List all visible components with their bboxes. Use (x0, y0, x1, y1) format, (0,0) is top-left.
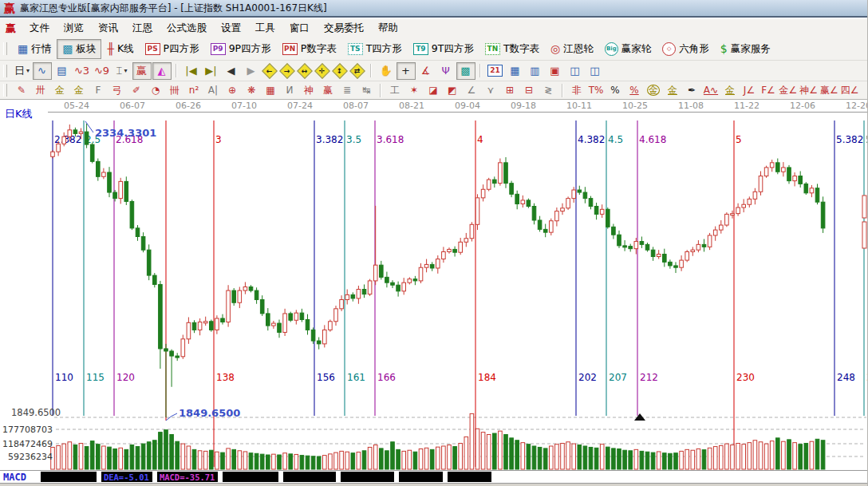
volume-bar (731, 445, 735, 469)
candle-body (464, 239, 468, 243)
gann-bar-count-label: 120 (116, 372, 135, 383)
candle-body (147, 250, 151, 275)
volume-bar (815, 439, 819, 469)
volume-bar (294, 454, 298, 469)
candle-body (198, 322, 202, 330)
volume-bar (702, 450, 706, 469)
candle-body (600, 209, 604, 214)
volume-bar (629, 451, 633, 469)
gann-bar-count-label: 156 (317, 372, 335, 383)
candle-body (810, 188, 814, 193)
volume-bar (532, 446, 536, 469)
right-edge-partial-candle (862, 196, 866, 218)
candle-body (300, 313, 304, 319)
volume-bar (759, 442, 763, 469)
volume-bar (192, 449, 196, 469)
candle-body (612, 227, 616, 235)
candle-body (499, 163, 503, 184)
grid-layer (0, 113, 868, 471)
volume-bar (481, 433, 485, 469)
gann-ratio-label: 3 (215, 134, 222, 145)
volume-bar (645, 452, 649, 469)
candle-body (555, 211, 559, 221)
volume-bar (227, 448, 231, 469)
candle-body (459, 242, 463, 252)
volume-bar (153, 441, 157, 469)
candle-body (113, 192, 117, 199)
candle-body (90, 144, 94, 161)
volume-bar (391, 442, 395, 469)
volume-bar (385, 451, 389, 469)
indicator-value-cell-4 (283, 472, 336, 482)
candle-body (278, 323, 282, 332)
volume-bar (708, 448, 712, 469)
gann-lines-layer[interactable]: 2.3821102.51152.61812031383.3821563.5161… (53, 121, 868, 467)
candle-body (442, 251, 446, 259)
gann-bar-count-label: 138 (216, 372, 235, 383)
candle-body (329, 322, 333, 330)
candle-body (770, 163, 774, 168)
volume-bar (572, 444, 576, 469)
candle-body (759, 176, 763, 192)
volume-bar (181, 444, 185, 469)
date-tick-label: 12-06 (790, 101, 815, 111)
candle-body (787, 168, 791, 181)
volume-bar (674, 453, 678, 469)
gann-bar-count-label: 184 (478, 372, 496, 383)
candle-body (340, 299, 344, 308)
candle-body (720, 225, 724, 230)
volume-bar (159, 433, 163, 469)
price-low-axis-label: 1849.6500 (11, 407, 61, 418)
volume-bar (221, 452, 225, 469)
right-edge-partial-candle (862, 222, 866, 248)
volume-bar (561, 444, 565, 469)
candle-body (192, 322, 196, 330)
volume-bar (538, 447, 542, 469)
price-chart[interactable]: 2.3821102.51152.61812031383.3821563.5161… (0, 0, 868, 486)
volume-axis-label: 59236234 (8, 452, 53, 462)
candle-body (736, 207, 740, 214)
volume-bar (345, 452, 349, 469)
candle-body (141, 236, 145, 250)
volume-bar (419, 448, 423, 469)
candle-body (357, 290, 361, 298)
gann-bar-count-label: 110 (55, 372, 73, 383)
candle-body (674, 266, 678, 267)
volume-bar (198, 451, 202, 469)
volume-bar (725, 444, 729, 469)
volume-bar (351, 453, 355, 469)
volume-bar (606, 447, 610, 469)
volume-bar (317, 456, 321, 469)
candle-body (362, 290, 366, 294)
candle-body (538, 220, 542, 229)
candle-body (634, 242, 638, 249)
candle-body (97, 161, 101, 176)
candle-body (657, 255, 661, 257)
gann-bar-count-label: 248 (837, 372, 855, 383)
volume-bar (266, 455, 270, 469)
volume-bar (657, 452, 661, 469)
indicator-cells: DEA=-5.01MACD=-35.71 (41, 472, 496, 482)
candle-body (623, 246, 627, 247)
candle-body (424, 264, 428, 267)
volume-bar (380, 448, 384, 469)
candle-body (475, 198, 479, 224)
candle-body (334, 309, 338, 322)
candle-body (232, 290, 236, 302)
candle-body (487, 180, 491, 189)
volume-bar (408, 450, 412, 469)
volume-axis-label: 177708703 (2, 425, 53, 435)
gann-ratio-label: 5.382 (836, 134, 863, 145)
indicator-value-cell-1: DEA=-5.01 (101, 472, 152, 482)
candle-body (521, 200, 525, 204)
indicator-value-cell-7 (448, 472, 491, 482)
candle-body (210, 322, 214, 330)
candle-body (311, 330, 315, 341)
volume-bar (57, 445, 61, 469)
candle-body (413, 279, 417, 281)
candle-body (323, 330, 327, 343)
volume-bar (278, 455, 282, 469)
candle-body (385, 277, 389, 283)
volume-bar (663, 453, 667, 469)
indicator-value-cell-3 (223, 472, 278, 482)
